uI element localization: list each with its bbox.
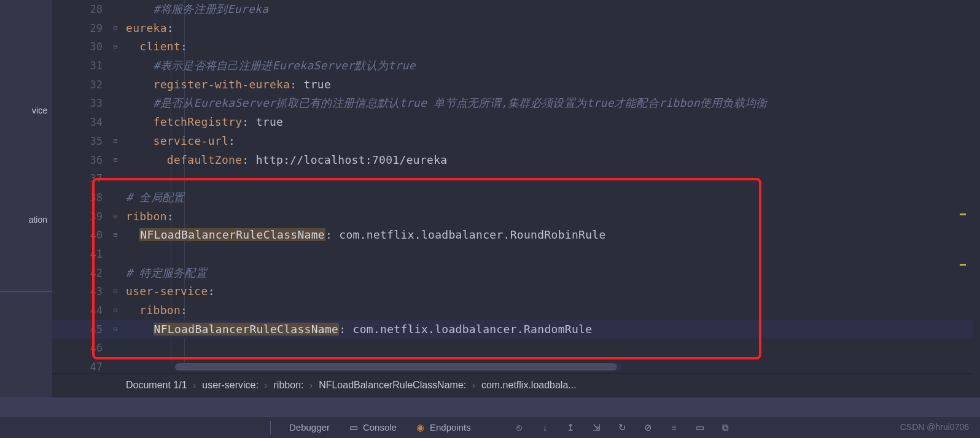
code-text[interactable]: client: bbox=[126, 37, 187, 56]
fold-gutter[interactable]: ⊟ bbox=[114, 301, 126, 320]
code-line[interactable]: 42# 特定服务配置 bbox=[52, 264, 973, 283]
line-number: 40 bbox=[52, 226, 114, 245]
sidebar-item-2[interactable]: ation bbox=[29, 215, 47, 225]
line-number: 43 bbox=[52, 282, 114, 301]
code-line[interactable]: 45⊟ NFLoadBalancerRuleClassName: com.net… bbox=[52, 320, 973, 339]
code-text[interactable]: service-url: bbox=[126, 132, 235, 151]
fold-gutter[interactable]: ⊟ bbox=[114, 282, 126, 301]
code-line[interactable]: 46 bbox=[52, 339, 973, 358]
code-text[interactable]: ribbon: bbox=[126, 301, 187, 320]
line-number: 31 bbox=[52, 56, 114, 75]
code-line[interactable]: 38# 全局配置 bbox=[52, 188, 973, 207]
line-number: 42 bbox=[52, 264, 114, 283]
code-line[interactable]: 40⊟ NFLoadBalancerRuleClassName: com.net… bbox=[52, 226, 973, 245]
sidebar-item-1[interactable]: vice bbox=[32, 106, 47, 115]
line-number: 32 bbox=[52, 75, 114, 94]
code-line[interactable]: 29⊟eureka: bbox=[52, 19, 973, 38]
bottom-toolbar: Debugger ▭ Console ◉ Endpoints ⎋↓↥⇲↻⊘≡▭⧉ bbox=[0, 416, 980, 438]
code-line[interactable]: 41 bbox=[52, 245, 973, 264]
fold-gutter[interactable]: ⊟ bbox=[114, 37, 126, 56]
line-number: 38 bbox=[52, 188, 114, 207]
fold-gutter[interactable]: ⊟ bbox=[114, 207, 126, 226]
line-number: 41 bbox=[52, 245, 114, 264]
breadcrumb-segment[interactable]: ribbon: bbox=[274, 380, 304, 391]
code-text[interactable]: #是否从EurekaServer抓取已有的注册信息默认true 单节点无所谓,集… bbox=[126, 94, 768, 113]
tab-endpoints[interactable]: ◉ Endpoints bbox=[415, 422, 471, 433]
horizontal-scrollbar-thumb[interactable] bbox=[175, 363, 617, 371]
chevron-right-icon: › bbox=[265, 380, 268, 390]
toolbar-action-icon[interactable]: ⎋ bbox=[514, 422, 525, 433]
code-line[interactable]: 44⊟ ribbon: bbox=[52, 301, 973, 320]
code-line[interactable]: 30⊟ client: bbox=[52, 37, 973, 56]
code-editor[interactable]: 28 #将服务注册到Eureka29⊟eureka:30⊟ client:31 … bbox=[52, 0, 973, 365]
code-text[interactable]: NFLoadBalancerRuleClassName: com.netflix… bbox=[126, 320, 592, 339]
code-line[interactable]: 33 #是否从EurekaServer抓取已有的注册信息默认true 单节点无所… bbox=[52, 94, 973, 113]
line-number: 28 bbox=[52, 0, 114, 19]
toolbar-action-icon[interactable]: ⊘ bbox=[643, 422, 654, 433]
code-text[interactable]: eureka: bbox=[126, 19, 174, 38]
code-text[interactable]: #表示是否将自己注册进EurekaServer默认为true bbox=[126, 56, 416, 75]
code-text[interactable]: NFLoadBalancerRuleClassName: com.netflix… bbox=[126, 226, 606, 245]
line-number: 34 bbox=[52, 113, 114, 132]
fold-gutter[interactable]: ⊟ bbox=[114, 19, 126, 38]
code-line[interactable]: 43⊟user-service: bbox=[52, 282, 973, 301]
line-number: 44 bbox=[52, 301, 114, 320]
code-text[interactable]: ribbon: bbox=[126, 207, 174, 226]
tab-debugger[interactable]: Debugger bbox=[289, 422, 330, 432]
code-text[interactable]: # 特定服务配置 bbox=[126, 264, 207, 283]
line-number: 35 bbox=[52, 132, 114, 151]
code-line[interactable]: 34 fetchRegistry: true bbox=[52, 113, 973, 132]
fold-gutter[interactable]: ⊟ bbox=[114, 151, 126, 170]
breadcrumb-bar[interactable]: Document 1/1 › user-service: › ribbon: ›… bbox=[52, 373, 973, 396]
line-number: 45 bbox=[52, 320, 114, 339]
code-line[interactable]: 32 register-with-eureka: true bbox=[52, 75, 973, 94]
toolbar-action-icon[interactable]: ⧉ bbox=[720, 422, 731, 433]
toolbar-action-icon[interactable]: ▭ bbox=[694, 422, 706, 433]
tool-sidebar: vice ation bbox=[0, 0, 52, 398]
line-number: 46 bbox=[52, 339, 114, 358]
toolbar-action-icon[interactable]: ↥ bbox=[566, 422, 577, 433]
code-text[interactable]: register-with-eureka: true bbox=[126, 75, 331, 94]
tab-console[interactable]: ▭ Console bbox=[348, 422, 397, 433]
line-number: 36 bbox=[52, 151, 114, 170]
code-line[interactable]: 36⊟ defaultZone: http://localhost:7001/e… bbox=[52, 151, 973, 170]
code-text[interactable]: # 全局配置 bbox=[126, 188, 184, 207]
line-number: 29 bbox=[52, 19, 114, 38]
toolbar-action-icon[interactable]: ⇲ bbox=[591, 422, 602, 433]
toolbar-action-icon[interactable]: ≡ bbox=[669, 422, 680, 433]
code-line[interactable]: 31 #表示是否将自己注册进EurekaServer默认为true bbox=[52, 56, 973, 75]
code-line[interactable]: 39⊟ribbon: bbox=[52, 207, 973, 226]
breadcrumb-segment[interactable]: NFLoadBalancerRuleClassName: bbox=[319, 380, 466, 391]
chevron-right-icon: › bbox=[309, 380, 313, 390]
horizontal-scrollbar[interactable] bbox=[175, 363, 622, 371]
console-icon: ▭ bbox=[348, 422, 359, 433]
line-number: 37 bbox=[52, 169, 114, 188]
endpoint-icon: ◉ bbox=[415, 422, 426, 433]
watermark-text: CSDN @hrui0706 bbox=[900, 422, 969, 432]
code-text[interactable]: #将服务注册到Eureka bbox=[126, 0, 268, 19]
line-number: 30 bbox=[52, 37, 114, 56]
code-line[interactable]: 37 bbox=[52, 169, 973, 188]
code-line[interactable]: 35⊟ service-url: bbox=[52, 132, 973, 151]
toolbar-action-icon[interactable]: ↓ bbox=[540, 422, 551, 433]
breadcrumb-segment[interactable]: com.netflix.loadbala... bbox=[481, 380, 577, 391]
chevron-right-icon: › bbox=[193, 380, 196, 390]
code-text[interactable]: user-service: bbox=[126, 282, 215, 301]
line-number: 33 bbox=[52, 94, 114, 113]
code-text[interactable]: fetchRegistry: true bbox=[126, 113, 283, 132]
fold-gutter[interactable]: ⊟ bbox=[114, 132, 126, 151]
chevron-right-icon: › bbox=[472, 380, 475, 390]
code-line[interactable]: 28 #将服务注册到Eureka bbox=[52, 0, 973, 19]
toolbar-action-icon[interactable]: ↻ bbox=[617, 422, 628, 433]
breadcrumb-segment[interactable]: Document 1/1 bbox=[126, 380, 187, 391]
line-number: 39 bbox=[52, 207, 114, 226]
editor-overview-ruler[interactable] bbox=[959, 0, 966, 365]
statusbar-belt bbox=[0, 398, 980, 416]
breadcrumb-segment[interactable]: user-service: bbox=[202, 380, 259, 391]
fold-gutter[interactable]: ⊟ bbox=[114, 226, 126, 245]
code-text[interactable]: defaultZone: http://localhost:7001/eurek… bbox=[126, 151, 447, 170]
fold-gutter[interactable]: ⊟ bbox=[114, 320, 126, 339]
